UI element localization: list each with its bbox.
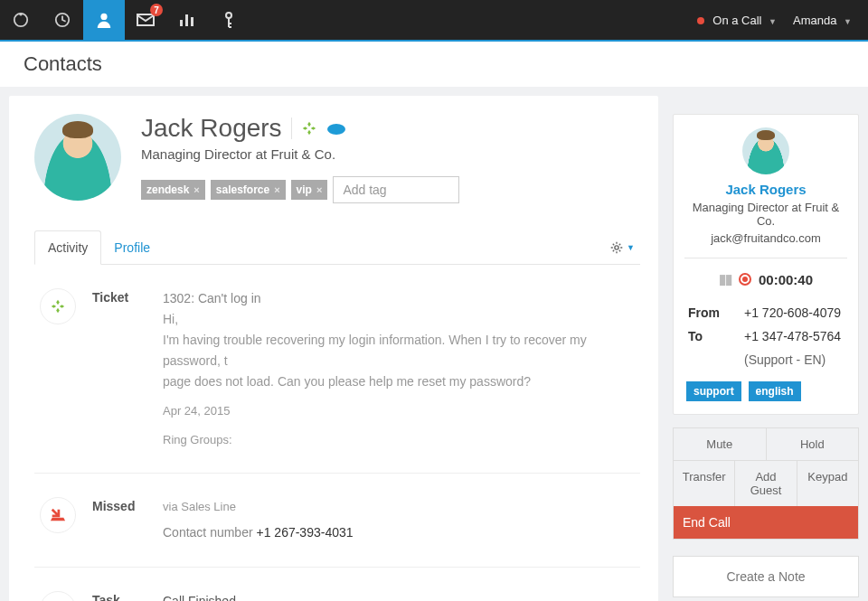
- record-icon[interactable]: [739, 273, 751, 286]
- mute-button[interactable]: Mute: [674, 428, 766, 460]
- tab-activity[interactable]: Activity: [34, 230, 101, 265]
- from-label: From: [688, 302, 742, 324]
- chevron-down-icon: ▼: [769, 17, 777, 26]
- call-timer: 00:00:40: [759, 272, 813, 287]
- create-note-button[interactable]: Create a Note: [673, 556, 859, 597]
- call-contact-subtitle: Managing Director at Fruit & Co.: [686, 201, 845, 228]
- nav-key[interactable]: [208, 0, 250, 40]
- ticket-body-line: I'm having trouble recovering my login i…: [163, 330, 635, 371]
- svg-point-3: [100, 14, 107, 20]
- bar-chart-icon: [179, 14, 195, 26]
- call-panel: Jack Rogers Managing Director at Fruit &…: [673, 114, 859, 415]
- key-icon: [222, 12, 235, 28]
- chevron-down-icon: ▼: [627, 243, 635, 252]
- chevron-down-icon: ▼: [844, 17, 852, 26]
- nav-stats[interactable]: [166, 0, 208, 40]
- svg-rect-7: [191, 17, 193, 26]
- ticket-body-line: page does not load. Can you please help …: [163, 371, 635, 392]
- nav-logo[interactable]: [0, 0, 42, 40]
- svg-point-1: [19, 13, 23, 16]
- svg-point-10: [615, 245, 618, 249]
- to-desc: (Support - EN): [744, 349, 844, 371]
- tag-label: salesforce: [216, 183, 269, 196]
- status-dot-icon: [697, 17, 704, 24]
- keypad-button[interactable]: Keypad: [797, 460, 858, 506]
- activity-task: Task Call Finished Jan 6, 2014 new ＋: [34, 568, 640, 601]
- clock-icon: [54, 12, 71, 28]
- close-icon[interactable]: ×: [316, 184, 322, 195]
- tab-profile[interactable]: Profile: [101, 231, 163, 264]
- svg-point-9: [327, 124, 345, 135]
- nav-left: 7: [0, 0, 250, 40]
- call-tag-support[interactable]: support: [686, 381, 741, 401]
- nav-inbox[interactable]: 7: [125, 0, 166, 40]
- missed-call-icon: [40, 497, 76, 533]
- zendesk-icon[interactable]: [301, 114, 317, 143]
- close-icon[interactable]: ×: [274, 184, 279, 195]
- call-status[interactable]: On a Call ▼: [697, 14, 777, 27]
- salesforce-icon[interactable]: [326, 114, 346, 143]
- call-controls: Mute Hold Transfer Add Guest Keypad End …: [673, 427, 859, 540]
- mail-badge: 7: [150, 4, 163, 16]
- add-guest-button[interactable]: Add Guest: [734, 460, 796, 506]
- call-tag-english[interactable]: english: [749, 381, 801, 401]
- nav-right: On a Call ▼ Amanda ▼: [697, 14, 868, 27]
- add-tag-input[interactable]: [333, 176, 459, 203]
- svg-rect-6: [185, 14, 188, 26]
- end-call-button[interactable]: End Call: [674, 506, 858, 539]
- tag-label: vip: [297, 183, 312, 196]
- svg-rect-5: [180, 20, 183, 26]
- task-title: Call Finished: [163, 591, 510, 601]
- zendesk-icon: [40, 288, 76, 324]
- logo-icon: [13, 12, 29, 28]
- user-name-label: Amanda: [793, 14, 836, 27]
- activity-missed: Missed via Sales Line Contact number +1 …: [34, 474, 640, 568]
- person-icon: [96, 12, 112, 28]
- missed-contact-label: Contact number: [163, 525, 257, 540]
- ticket-meta: Ring Groups:: [163, 430, 635, 449]
- tab-settings[interactable]: ▼: [605, 232, 640, 263]
- call-contact-email: jack@fruitandco.com: [686, 231, 845, 245]
- mail-icon: [137, 14, 155, 26]
- tag-vip[interactable]: vip×: [291, 180, 328, 200]
- tag-salesforce[interactable]: salesforce×: [211, 180, 286, 200]
- top-nav: 7 On a Call ▼ Amanda ▼: [0, 0, 868, 42]
- to-label: To: [688, 325, 742, 347]
- pause-icon[interactable]: ▮▮: [719, 271, 731, 287]
- nav-history[interactable]: [42, 0, 83, 40]
- ticket-date: Apr 24, 2015: [163, 401, 635, 420]
- from-value: +1 720-608-4079: [744, 302, 844, 324]
- tab-row: Activity Profile ▼: [34, 230, 640, 265]
- avatar: [742, 127, 789, 174]
- activity-type-label: Missed: [92, 497, 146, 543]
- svg-point-8: [226, 13, 231, 18]
- close-icon[interactable]: ×: [193, 184, 199, 195]
- gear-icon: [610, 241, 623, 254]
- call-contact-name[interactable]: Jack Rogers: [686, 182, 845, 197]
- tag-zendesk[interactable]: zendesk×: [141, 180, 205, 200]
- contact-subtitle: Managing Director at Fruit & Co.: [141, 146, 640, 162]
- missed-contact-number: +1 267-393-4031: [257, 525, 354, 540]
- avatar: [34, 114, 121, 201]
- page-title: Contacts: [0, 42, 868, 87]
- missed-via: via Sales Line: [163, 497, 635, 516]
- nav-contacts[interactable]: [83, 0, 125, 40]
- activity-ticket: Ticket 1302: Can't log in Hi, I'm having…: [34, 265, 640, 474]
- activity-type-label: Task: [92, 591, 146, 601]
- ticket-body-line: Hi,: [163, 309, 635, 330]
- user-menu[interactable]: Amanda ▼: [793, 14, 852, 27]
- salesforce-icon: [40, 591, 76, 601]
- ticket-title: 1302: Can't log in: [163, 288, 635, 309]
- tag-label: zendesk: [146, 183, 189, 196]
- contact-name: Jack Rogers: [141, 114, 282, 143]
- to-value: +1 347-478-5764: [744, 325, 844, 347]
- hold-button[interactable]: Hold: [766, 428, 859, 460]
- activity-type-label: Ticket: [92, 288, 146, 449]
- transfer-button[interactable]: Transfer: [674, 460, 734, 506]
- contact-header: Jack Rogers Managing Director at Fruit &…: [34, 114, 640, 203]
- call-status-label: On a Call: [712, 14, 761, 27]
